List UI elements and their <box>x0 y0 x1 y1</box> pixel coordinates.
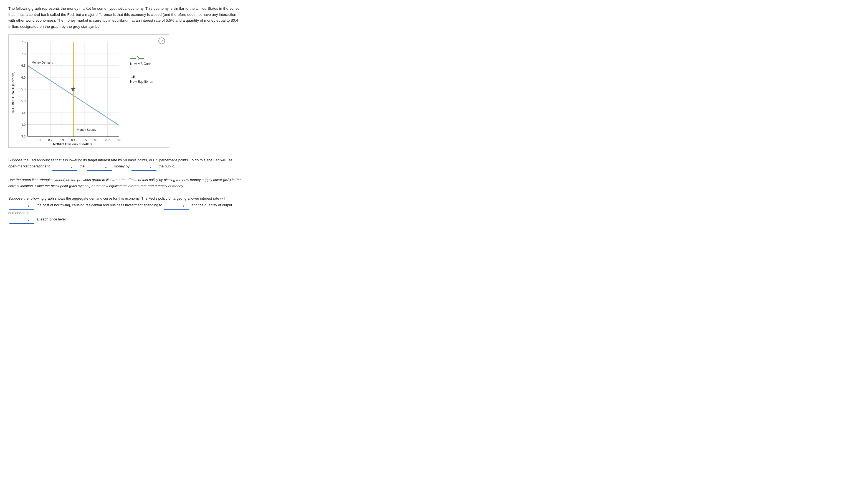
dropdown3-arrow: ▼ <box>149 165 152 170</box>
graph-container: ? INTEREST RATE (Percent) <box>8 34 169 148</box>
chart-svg: 7.5 7.0 6.5 6.0 5.5 5.0 4.5 4.0 3.5 0 0.… <box>16 39 125 145</box>
dropdown3[interactable]: ▼ <box>131 165 156 171</box>
dropdown1[interactable]: ▼ <box>52 165 77 171</box>
dropdown2-arrow: ▼ <box>105 165 107 170</box>
svg-text:0.7: 0.7 <box>105 139 110 142</box>
dropdown2[interactable]: ▼ <box>87 165 112 171</box>
svg-text:0: 0 <box>27 139 28 142</box>
svg-text:3.5: 3.5 <box>21 135 26 138</box>
dropdown6[interactable]: ▼ <box>9 218 34 224</box>
dropdown4-arrow: ▼ <box>27 204 30 209</box>
chart-inner: 7.5 7.0 6.5 6.0 5.5 5.0 4.5 4.0 3.5 0 0.… <box>16 39 125 145</box>
x-axis-label: MONEY (Trillions of dollars) <box>53 143 94 145</box>
legend-ms-svg <box>130 56 144 61</box>
question1-section: Suppose the Fed announces that it is low… <box>8 157 241 171</box>
svg-text:7.5: 7.5 <box>21 40 26 44</box>
q3-text-end: at each price level. <box>36 217 67 221</box>
dropdown5[interactable]: ▼ <box>164 204 189 210</box>
q1-text-the: the <box>80 164 85 168</box>
svg-text:0.6: 0.6 <box>94 139 98 142</box>
q3-text-mid: the cost of borrowing, causing residenti… <box>36 203 162 207</box>
dropdown6-arrow: ▼ <box>27 218 30 223</box>
y-axis-label: INTEREST RATE (Percent) <box>11 71 15 113</box>
svg-text:0.8: 0.8 <box>117 139 121 142</box>
svg-text:0.1: 0.1 <box>37 139 41 142</box>
legend-new-ms-curve: New MS Curve <box>130 56 154 66</box>
svg-marker-56 <box>137 56 140 60</box>
svg-text:5.0: 5.0 <box>21 99 26 103</box>
svg-text:6.0: 6.0 <box>21 76 26 79</box>
legend-area: New MS Curve New Equilibrium <box>130 39 154 83</box>
legend-new-equilibrium: New Equilibrium <box>130 74 154 83</box>
q3-text-before: Suppose the following graph shows the ag… <box>8 196 225 200</box>
legend-new-ms-line <box>130 56 144 61</box>
dropdown5-arrow: ▼ <box>182 204 185 209</box>
svg-text:4.0: 4.0 <box>21 123 26 126</box>
legend-new-ms-label: New MS Curve <box>130 62 153 66</box>
legend-eq-svg <box>130 74 138 79</box>
intro-paragraph: The following graph represents the money… <box>8 5 241 29</box>
legend-eq-symbol <box>130 74 138 79</box>
question2-section: Use the green line (triangle symbol) on … <box>8 177 241 189</box>
svg-text:7.0: 7.0 <box>21 52 26 55</box>
q2-text: Use the green line (triangle symbol) on … <box>8 178 240 188</box>
svg-point-61 <box>134 75 135 77</box>
q1-text-after: the public. <box>159 164 175 168</box>
dropdown4[interactable]: ▼ <box>9 204 34 210</box>
money-demand-label: Money Demand <box>32 61 53 64</box>
svg-text:6.5: 6.5 <box>21 64 26 67</box>
svg-point-60 <box>133 75 134 77</box>
question3-section: Suppose the following graph shows the ag… <box>8 195 241 224</box>
dropdown1-arrow: ▼ <box>70 165 73 170</box>
svg-rect-59 <box>131 77 135 77</box>
svg-text:0.4: 0.4 <box>71 139 75 142</box>
svg-text:0.3: 0.3 <box>60 139 64 142</box>
legend-new-eq-label: New Equilibrium <box>130 80 154 83</box>
q1-text-money-by: money by <box>114 164 129 168</box>
svg-text:4.5: 4.5 <box>21 111 26 115</box>
svg-text:5.5: 5.5 <box>21 88 26 91</box>
svg-text:0.5: 0.5 <box>83 139 87 142</box>
money-supply-label: Money Supply <box>77 128 96 131</box>
svg-text:0.2: 0.2 <box>48 139 52 142</box>
